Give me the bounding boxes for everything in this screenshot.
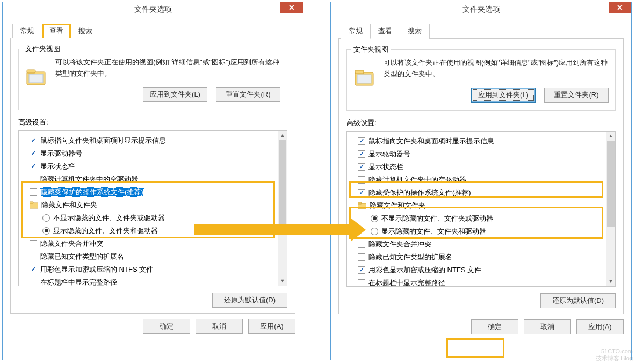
tab-general[interactable]: 常规 [341, 24, 371, 39]
list-item[interactable]: 鼠标指向文件夹和桌面项时显示提示信息 [30, 134, 285, 147]
checkbox-icon[interactable] [30, 150, 37, 157]
radio-icon[interactable] [371, 228, 378, 235]
restore-defaults-button[interactable]: 还原为默认值(D) [540, 293, 616, 308]
apply-button[interactable]: 应用(A) [576, 319, 624, 334]
checkbox-icon[interactable] [358, 279, 365, 287]
tab-search[interactable]: 搜索 [70, 24, 100, 38]
tab-view[interactable]: 查看 [370, 24, 400, 39]
tab-general[interactable]: 常规 [12, 24, 42, 38]
checkbox-icon[interactable] [358, 253, 365, 261]
item-label: 隐藏文件和文件夹 [41, 200, 97, 210]
cancel-button[interactable]: 取消 [524, 319, 571, 334]
radio-icon[interactable] [42, 227, 50, 235]
close-button[interactable]: ✕ [609, 2, 631, 13]
checkbox-icon[interactable] [358, 266, 365, 274]
list-item[interactable]: 在标题栏中显示完整路径 [30, 276, 285, 286]
titlebar: 文件夹选项 ✕ [331, 2, 631, 17]
item-label: 鼠标指向文件夹和桌面项时显示提示信息 [40, 136, 166, 145]
item-label: 在标题栏中显示完整路径 [40, 278, 117, 286]
checkbox-icon[interactable] [30, 253, 37, 260]
list-item[interactable]: 隐藏计算机文件夹中的空驱动器 [30, 173, 285, 186]
folder-icon [353, 67, 375, 89]
checkbox-icon[interactable] [30, 266, 37, 273]
checkbox-icon[interactable] [358, 176, 365, 184]
group-title: 文件夹视图 [23, 44, 62, 54]
checkbox-icon[interactable] [30, 240, 37, 247]
restore-defaults-button[interactable]: 还原为默认值(D) [212, 293, 287, 308]
list-item[interactable]: 在标题栏中显示完整路径 [358, 276, 613, 287]
list-item[interactable]: 隐藏文件和文件夹 [30, 199, 285, 212]
list-item[interactable]: 显示隐藏的文件、文件夹和驱动器 [358, 225, 613, 238]
watermark: 51CTO.com 技术博客 Blog [596, 348, 633, 362]
group-title: 文件夹视图 [351, 45, 391, 54]
list-item[interactable]: 隐藏文件和文件夹 [358, 199, 613, 212]
advanced-settings-list[interactable]: 鼠标指向文件夹和桌面项时显示提示信息显示驱动器号显示状态栏隐藏计算机文件夹中的空… [18, 130, 287, 286]
tab-search[interactable]: 搜索 [400, 24, 430, 39]
item-label: 显示状态栏 [368, 162, 403, 172]
radio-icon[interactable] [42, 214, 50, 222]
window-title: 文件夹选项 [331, 5, 631, 14]
checkbox-icon[interactable] [358, 150, 365, 158]
cancel-button[interactable]: 取消 [196, 319, 243, 334]
group-text: 可以将该文件夹正在使用的视图(例如"详细信息"或"图标")应用到所有这种类型的文… [384, 57, 609, 80]
checkbox-icon[interactable] [30, 137, 37, 144]
scroll-down-icon[interactable]: ▼ [606, 277, 615, 286]
list-item[interactable]: 用彩色显示加密或压缩的 NTFS 文件 [358, 264, 613, 276]
list-item[interactable]: 显示状态栏 [358, 161, 613, 173]
checkbox-icon[interactable] [30, 188, 37, 196]
item-label: 隐藏文件和文件夹 [370, 201, 425, 210]
list-item[interactable]: 隐藏文件夹合并冲突 [358, 238, 613, 251]
item-label: 不显示隐藏的文件、文件夹或驱动器 [381, 214, 493, 223]
scroll-down-icon[interactable]: ▼ [278, 276, 287, 286]
list-item[interactable]: 鼠标指向文件夹和桌面项时显示提示信息 [358, 135, 613, 148]
reset-folders-button[interactable]: 重置文件夹(R) [216, 87, 280, 102]
folder-icon [358, 202, 366, 209]
folder-options-dialog-left: 文件夹选项 ✕ 常规 查看 搜索 文件夹视图 可以将该文件夹正在使用的视图(例如… [2, 2, 303, 360]
checkbox-icon[interactable] [30, 176, 37, 183]
item-label: 隐藏受保护的操作系统文件(推荐) [368, 188, 471, 198]
checkbox-icon[interactable] [358, 137, 365, 145]
list-item[interactable]: 隐藏计算机文件夹中的空驱动器 [358, 173, 613, 186]
svg-rect-2 [29, 74, 43, 83]
checkbox-icon[interactable] [30, 163, 37, 170]
radio-icon[interactable] [371, 215, 378, 222]
ok-button[interactable]: 确定 [471, 319, 518, 334]
reset-folders-button[interactable]: 重置文件夹(R) [544, 88, 609, 103]
scrollbar[interactable]: ▲ ▼ [278, 131, 287, 286]
apply-to-folders-button[interactable]: 应用到文件夹(L) [143, 87, 207, 102]
scrollbar[interactable]: ▲ ▼ [606, 132, 615, 286]
advanced-settings-list[interactable]: 鼠标指向文件夹和桌面项时显示提示信息显示驱动器号显示状态栏隐藏计算机文件夹中的空… [346, 131, 616, 287]
svg-rect-9 [358, 202, 362, 204]
item-label: 显示隐藏的文件、文件夹和驱动器 [381, 227, 486, 236]
window-title: 文件夹选项 [3, 5, 303, 14]
apply-button[interactable]: 应用(A) [248, 319, 295, 334]
folder-view-group: 文件夹视图 可以将该文件夹正在使用的视图(例如"详细信息"或"图标")应用到所有… [18, 49, 287, 110]
scroll-up-icon[interactable]: ▲ [278, 131, 287, 140]
scroll-thumb[interactable] [607, 141, 615, 227]
list-item[interactable]: 隐藏受保护的操作系统文件(推荐) [358, 186, 613, 199]
checkbox-icon[interactable] [358, 189, 365, 196]
item-label: 隐藏文件夹合并冲突 [40, 239, 103, 249]
checkbox-icon[interactable] [358, 163, 365, 171]
list-item[interactable]: 显示驱动器号 [358, 148, 613, 161]
ok-button[interactable]: 确定 [143, 319, 190, 334]
apply-to-folders-button[interactable]: 应用到文件夹(L) [471, 88, 536, 103]
item-label: 显示驱动器号 [368, 149, 410, 159]
folder-options-dialog-right: 文件夹选项 ✕ 常规 查看 搜索 文件夹视图 可以将该文件夹正在使用的视图(例如… [330, 2, 632, 360]
list-item[interactable]: 隐藏已知文件类型的扩展名 [358, 251, 613, 264]
tab-view[interactable]: 查看 [42, 24, 71, 38]
item-label: 隐藏计算机文件夹中的空驱动器 [368, 175, 466, 185]
item-label: 显示驱动器号 [40, 149, 82, 158]
checkbox-icon[interactable] [30, 279, 37, 286]
list-item[interactable]: 不显示隐藏的文件、文件夹或驱动器 [358, 212, 613, 225]
list-item[interactable]: 隐藏已知文件类型的扩展名 [30, 250, 285, 263]
scroll-thumb[interactable] [279, 140, 286, 226]
scroll-up-icon[interactable]: ▲ [606, 132, 615, 141]
close-icon: ✕ [617, 3, 623, 12]
close-button[interactable]: ✕ [280, 2, 303, 13]
list-item[interactable]: 显示状态栏 [30, 160, 285, 173]
list-item[interactable]: 用彩色显示加密或压缩的 NTFS 文件 [30, 263, 285, 276]
arrow-head-icon [351, 218, 366, 242]
list-item[interactable]: 隐藏受保护的操作系统文件(推荐) [30, 186, 285, 199]
list-item[interactable]: 显示驱动器号 [30, 147, 285, 160]
